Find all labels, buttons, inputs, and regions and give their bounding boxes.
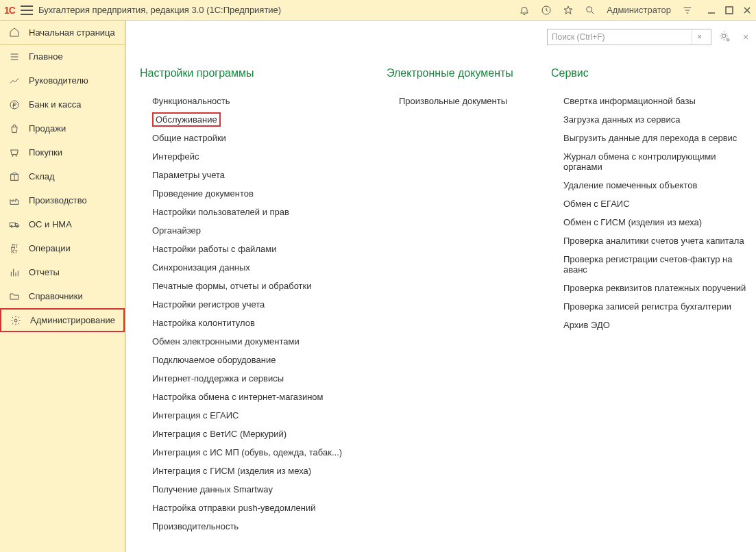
link-item[interactable]: Настройки работы с файлами [152, 240, 359, 258]
link-item[interactable]: Подключаемое оборудование [152, 351, 359, 369]
sidebar-item-label: Главное [29, 51, 63, 62]
edocs-link-list: Произвольные документы [387, 92, 524, 110]
link-item[interactable]: Синхронизация данных [152, 258, 359, 277]
column-edocs: Электронные документы Произвольные докум… [387, 67, 524, 538]
sidebar-item-manager[interactable]: Руководителю [0, 68, 125, 92]
maximize-button[interactable] [724, 5, 734, 15]
link-item[interactable]: Произвольные документы [399, 92, 524, 110]
columns: Настройки программы Функциональность Обс… [126, 53, 756, 552]
sidebar-item-label: Склад [29, 171, 55, 181]
link-item[interactable]: Интерфейс [152, 147, 359, 166]
sidebar-item-label: Банк и касса [29, 99, 82, 110]
sidebar-item-label: Администрирование [30, 315, 115, 325]
sidebar-item-warehouse[interactable]: Склад [0, 164, 125, 188]
link-item[interactable]: Интеграция с ИС МП (обувь, одежда, табак… [152, 443, 359, 462]
home-icon [8, 26, 21, 38]
cart-icon [8, 147, 21, 159]
sidebar-item-sales[interactable]: Продажи [0, 116, 125, 140]
link-item[interactable]: Обмен с ЕГАИС [563, 195, 756, 213]
link-item[interactable]: Интеграция с ВетИС (Меркурий) [152, 425, 359, 443]
link-item[interactable]: Настройка отправки push-уведомлений [152, 499, 359, 517]
sidebar-item-administration[interactable]: Администрирование [0, 308, 125, 332]
sidebar-item-reports[interactable]: Отчеты [0, 260, 125, 284]
sidebar-item-home[interactable]: Начальная страница [0, 21, 125, 45]
minimize-button[interactable] [707, 5, 716, 15]
trend-icon [8, 75, 21, 87]
sidebar-item-label: Операции [29, 243, 71, 253]
close-button[interactable] [742, 5, 752, 15]
link-item[interactable]: Интернет-поддержка и сервисы [152, 369, 359, 388]
history-icon[interactable] [538, 2, 554, 18]
search-icon[interactable] [582, 2, 598, 18]
link-item[interactable]: Интеграция с ГИСМ (изделия из меха) [152, 462, 359, 480]
link-item[interactable]: Настройка колонтитулов [152, 314, 359, 332]
link-item[interactable]: Журнал обмена с контролирующими органами [563, 147, 756, 176]
link-item-maintenance[interactable]: Обслуживание [152, 110, 359, 129]
link-item[interactable]: Проверка реквизитов платежных поручений [563, 279, 756, 297]
link-item[interactable]: Обмен электронными документами [152, 332, 359, 351]
link-item[interactable]: Проверка записей регистра бухгалтерии [563, 297, 756, 316]
content-toolbar: × × [126, 21, 756, 53]
truck-icon [8, 218, 21, 231]
svg-rect-2 [726, 7, 733, 14]
sidebar-item-label: Покупки [29, 147, 62, 158]
column-title: Сервис [551, 67, 756, 79]
link-item[interactable]: Проведение документов [152, 184, 359, 203]
link-item[interactable]: Выгрузить данные для перехода в сервис [563, 129, 756, 147]
content-panel: × × Настройки программы Функциональность… [125, 21, 756, 552]
svg-point-8 [727, 38, 729, 40]
sidebar-item-production[interactable]: Производство [0, 188, 125, 212]
box-icon [8, 171, 21, 183]
sidebar-item-label: ОС и НМА [29, 219, 72, 229]
link-item[interactable]: Свертка информационной базы [563, 92, 756, 110]
link-item[interactable]: Органайзер [152, 221, 359, 240]
sidebar-item-label: Начальная страница [29, 27, 115, 38]
folder-icon [8, 290, 21, 303]
search-clear-button[interactable]: × [692, 29, 707, 45]
dtkt-icon: ДтКт [8, 242, 21, 255]
link-item[interactable]: Обмен с ГИСМ (изделия из меха) [563, 213, 756, 231]
menu-icon[interactable] [21, 5, 33, 15]
titlebar: 1C Бухгалтерия предприятия, редакция 3.0… [0, 0, 756, 21]
link-item[interactable]: Настройка обмена с интернет-магазином [152, 388, 359, 406]
link-item[interactable]: Архив ЭДО [563, 316, 756, 334]
search-field-wrap: × [547, 29, 711, 45]
sidebar-item-main[interactable]: Главное [0, 45, 125, 68]
svg-point-7 [722, 34, 726, 37]
link-item[interactable]: Функциональность [152, 92, 359, 110]
sidebar-item-references[interactable]: Справочники [0, 284, 125, 308]
star-icon[interactable] [560, 2, 576, 18]
sidebar-item-label: Продажи [29, 123, 66, 134]
link-item[interactable]: Параметры учета [152, 166, 359, 184]
sidebar-item-bank[interactable]: Банк и касса [0, 92, 125, 116]
user-label[interactable]: Администратор [604, 5, 674, 15]
close-panel-button[interactable]: × [739, 30, 753, 44]
ruble-icon [8, 99, 21, 111]
filter-icon[interactable] [679, 2, 696, 18]
svg-point-6 [14, 319, 17, 322]
sidebar-item-label: Отчеты [29, 267, 60, 277]
link-item[interactable]: Проверка регистрации счетов-фактур на ав… [563, 250, 756, 279]
link-item[interactable]: Производительность [152, 517, 359, 536]
link-item[interactable]: Загрузка данных из сервиса [563, 110, 756, 129]
settings-gear-icon[interactable] [717, 29, 733, 45]
column-settings: Настройки программы Функциональность Обс… [140, 67, 359, 538]
search-input[interactable] [548, 29, 692, 45]
sidebar-item-operations[interactable]: ДтКт Операции [0, 236, 125, 260]
list-icon [8, 51, 21, 63]
sidebar-item-purchases[interactable]: Покупки [0, 140, 125, 164]
service-link-list: Свертка информационной базы Загрузка дан… [551, 92, 756, 334]
sidebar-item-assets[interactable]: ОС и НМА [0, 212, 125, 236]
link-item[interactable]: Проверка аналитики счетов учета капитала [563, 231, 756, 250]
link-item[interactable]: Интеграция с ЕГАИС [152, 406, 359, 425]
link-item[interactable]: Настройки регистров учета [152, 295, 359, 314]
column-title: Настройки программы [140, 67, 359, 79]
link-item[interactable]: Общие настройки [152, 129, 359, 147]
link-item[interactable]: Удаление помеченных объектов [563, 176, 756, 195]
link-item[interactable]: Получение данных Smartway [152, 480, 359, 499]
svg-point-1 [587, 6, 592, 12]
link-item[interactable]: Печатные формы, отчеты и обработки [152, 277, 359, 295]
bell-icon[interactable] [516, 2, 533, 18]
factory-icon [8, 195, 21, 207]
link-item[interactable]: Настройки пользователей и прав [152, 203, 359, 221]
